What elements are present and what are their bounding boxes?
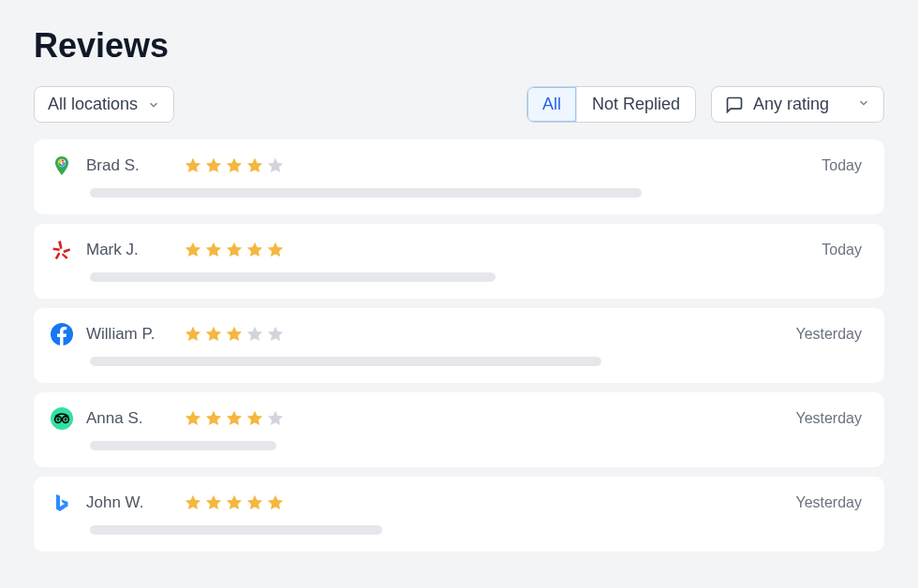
star-icon: [266, 241, 285, 259]
star-rating: [184, 156, 285, 175]
star-icon: [204, 409, 223, 428]
reviewer-name: William P.: [86, 325, 170, 344]
star-icon: [266, 493, 285, 512]
review-body-placeholder: [90, 272, 496, 282]
star-icon: [184, 156, 202, 175]
review-body-placeholder: [90, 188, 642, 198]
review-date: Yesterday: [795, 326, 862, 343]
review-header: Mark J.Today: [51, 239, 862, 261]
star-icon: [184, 325, 202, 344]
tab-not-replied[interactable]: Not Replied: [576, 87, 695, 122]
location-filter[interactable]: All locations: [34, 86, 174, 123]
star-icon: [266, 325, 285, 344]
chevron-down-icon: [857, 96, 870, 110]
star-icon: [225, 409, 244, 428]
star-rating: [184, 325, 285, 344]
review-header: John W.Yesterday: [51, 492, 862, 514]
review-header: Brad S.Today: [51, 154, 862, 177]
star-icon: [184, 493, 202, 512]
review-header: William P.Yesterday: [51, 323, 862, 345]
chevron-down-icon: [147, 98, 160, 111]
star-icon: [225, 241, 244, 259]
review-body-placeholder: [90, 357, 601, 366]
google-icon: [51, 154, 73, 177]
review-card[interactable]: John W.Yesterday: [34, 477, 884, 551]
star-icon: [245, 493, 264, 512]
review-card[interactable]: William P.Yesterday: [34, 308, 884, 383]
tripadvisor-icon: [51, 407, 73, 430]
star-icon: [266, 156, 285, 175]
star-icon: [225, 325, 244, 344]
review-date: Yesterday: [795, 494, 862, 511]
svg-point-5: [57, 419, 60, 421]
location-filter-label: All locations: [48, 95, 138, 114]
star-rating: [184, 493, 285, 512]
star-icon: [204, 493, 223, 512]
star-rating: [184, 409, 285, 428]
facebook-icon: [51, 323, 73, 345]
review-date: Today: [822, 157, 862, 174]
star-icon: [245, 156, 264, 175]
reply-filter-tabs: All Not Replied: [526, 86, 696, 123]
yelp-icon: [51, 239, 73, 261]
review-card[interactable]: Brad S.Today: [34, 140, 884, 214]
reviewer-name: Brad S.: [86, 156, 170, 175]
star-rating: [184, 241, 285, 259]
star-icon: [204, 325, 223, 344]
review-card[interactable]: Mark J.Today: [34, 224, 884, 299]
star-icon: [245, 409, 264, 428]
star-icon: [184, 409, 202, 428]
review-date: Today: [822, 242, 862, 258]
review-body-placeholder: [90, 441, 276, 450]
message-square-icon: [725, 96, 744, 114]
review-body-placeholder: [90, 525, 382, 535]
reviews-list: Brad S.TodayMark J.TodayWilliam P.Yester…: [34, 140, 884, 551]
star-icon: [245, 241, 264, 259]
star-icon: [266, 409, 285, 428]
svg-point-6: [65, 419, 67, 421]
review-header: Anna S.Yesterday: [51, 407, 862, 430]
bing-icon: [51, 492, 73, 514]
star-icon: [245, 325, 264, 344]
reviewer-name: Mark J.: [86, 241, 170, 259]
toolbar: All locations All Not Replied Any rating: [34, 86, 884, 123]
star-icon: [225, 156, 244, 175]
star-icon: [184, 241, 202, 259]
star-icon: [204, 241, 223, 259]
review-card[interactable]: Anna S.Yesterday: [34, 392, 884, 467]
rating-filter[interactable]: Any rating: [711, 86, 884, 123]
star-icon: [204, 156, 223, 175]
reviewer-name: Anna S.: [86, 409, 170, 428]
tab-all[interactable]: All: [527, 87, 576, 122]
page-title: Reviews: [34, 26, 884, 66]
star-icon: [225, 493, 244, 512]
reviewer-name: John W.: [86, 493, 170, 512]
review-date: Yesterday: [795, 410, 862, 427]
rating-filter-label: Any rating: [753, 95, 829, 114]
